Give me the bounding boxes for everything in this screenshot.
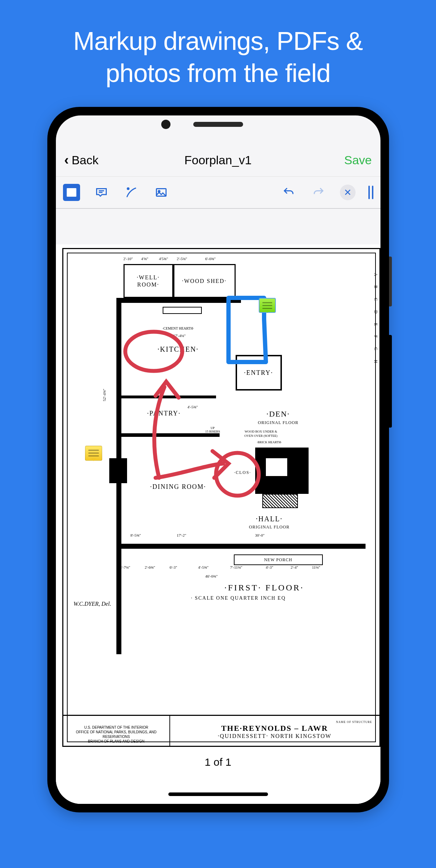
save-button[interactable]: Save bbox=[344, 153, 372, 167]
undo-button[interactable] bbox=[280, 184, 297, 201]
document-title: Foorplan_v1 bbox=[184, 153, 252, 167]
title-block: U.S. DEPARTMENT OF THE INTERIOR OFFICE O… bbox=[62, 715, 380, 747]
home-indicator[interactable] bbox=[168, 792, 268, 796]
close-icon: ✕ bbox=[344, 187, 352, 198]
dim-pantry: 4'-5⅜" bbox=[188, 405, 198, 409]
label-up-risers: UP 15 RISERS bbox=[205, 426, 220, 433]
room-well-room: ·WELL· ROOM· bbox=[124, 264, 173, 298]
toolbar-drag-handle[interactable] bbox=[368, 186, 373, 199]
dim-b2: 2'-6⅜" bbox=[145, 565, 155, 569]
dim-b6: 4'-3" bbox=[266, 565, 273, 569]
floorplan-drawing: A B C D E F G H 2'-10" 4'⅜" 4'5⅜" 2'-5⅛"… bbox=[56, 244, 380, 804]
dept-line1: U.S. DEPARTMENT OF THE INTERIOR bbox=[84, 725, 148, 730]
document-viewer[interactable]: A B C D E F G H 2'-10" 4'⅜" 4'5⅜" 2'-5⅛"… bbox=[56, 244, 380, 804]
dim-hall: 30'-0" bbox=[255, 533, 265, 537]
svg-point-4 bbox=[127, 188, 129, 190]
phone-frame: ‹ Back Foorplan_v1 Save A bbox=[47, 107, 389, 812]
room-pantry: ·PANTRY· bbox=[121, 396, 207, 431]
dept-line2: OFFICE OF NATIONAL PARKS, BUILDINGS, AND… bbox=[65, 730, 167, 739]
draw-tool-button[interactable] bbox=[123, 184, 140, 201]
page-counter: 1 of 1 bbox=[56, 756, 380, 768]
comment-marker-green[interactable] bbox=[259, 298, 276, 313]
label-wood-box: WOOD BOX UNDER & OVEN OVER (SOFTEE) bbox=[245, 430, 278, 438]
room-kitchen: ·KITCHEN· bbox=[121, 303, 235, 396]
phone-power-button bbox=[389, 257, 392, 306]
dept-line3: BRANCH OF PLANS AND DESIGN bbox=[88, 739, 145, 744]
side-letters: A B C D E F G H bbox=[373, 273, 378, 367]
dim-dining1: 8'-5⅜" bbox=[131, 533, 141, 537]
dim-btotal: 46'-0⅜" bbox=[205, 574, 218, 578]
dim-b5: 7'-11⅛" bbox=[230, 565, 242, 569]
structure-title1: THE·REYNOLDS – LAWR bbox=[221, 724, 328, 733]
room-clos: ·CLOS· bbox=[230, 458, 255, 487]
dim-top1: 2'-10" bbox=[124, 257, 133, 261]
room-new-porch: NEW PORCH bbox=[234, 554, 323, 565]
dim-b8: 11⅛" bbox=[312, 565, 320, 569]
back-button[interactable]: ‹ Back bbox=[64, 153, 99, 168]
dim-top3: 4'5⅜" bbox=[159, 257, 168, 261]
dim-b7: 2'-4" bbox=[291, 565, 298, 569]
dim-b3: 6'-3" bbox=[170, 565, 177, 569]
dim-top2: 4'⅜" bbox=[141, 257, 148, 261]
back-label: Back bbox=[72, 153, 99, 167]
marketing-headline: Markup drawings, PDFs & photos from the … bbox=[73, 25, 363, 89]
image-tool-button[interactable] bbox=[153, 184, 170, 201]
dim-b1: 5'-7⅛" bbox=[120, 565, 130, 569]
room-entry: ·ENTRY· bbox=[236, 355, 282, 391]
scale-text: · SCALE ONE QUARTER INCH EQ bbox=[191, 595, 286, 601]
phone-speaker bbox=[193, 122, 243, 127]
markup-toolbar: A ✕ bbox=[56, 177, 380, 209]
close-button[interactable]: ✕ bbox=[340, 185, 356, 200]
phone-camera bbox=[161, 120, 170, 129]
phone-volume-button bbox=[389, 335, 392, 428]
draftsman-signature: W.C.DYER, Del. bbox=[74, 601, 111, 607]
text-tool-button[interactable]: A bbox=[63, 184, 80, 201]
nav-bar: ‹ Back Foorplan_v1 Save bbox=[56, 144, 380, 177]
headline-line2: photos from the field bbox=[106, 59, 330, 87]
dim-dining2: 17'-2" bbox=[177, 533, 187, 537]
phone-screen: ‹ Back Foorplan_v1 Save A bbox=[56, 115, 380, 804]
floor-title: ·FIRST· FLOOR· bbox=[163, 583, 366, 593]
comment-marker-yellow[interactable] bbox=[85, 446, 102, 461]
name-of-structure-label: NAME OF STRUCTURE bbox=[336, 720, 372, 724]
dim-top4: 2'-5⅛" bbox=[177, 257, 187, 261]
status-bar-spacer bbox=[56, 115, 380, 144]
room-wood-shed: ·WOOD SHED· bbox=[173, 264, 236, 298]
redo-button[interactable] bbox=[310, 184, 327, 201]
dim-overall-h: 52'-4⅜" bbox=[102, 389, 106, 401]
label-brick-hearth: ·BRICK HEARTH· bbox=[257, 440, 282, 444]
svg-text:A: A bbox=[69, 189, 74, 197]
structure-title2: ·QUIDNESSETT· NORTH KINGSTOW bbox=[218, 733, 332, 739]
dim-woodshed: 6'-0⅜" bbox=[205, 257, 216, 261]
room-dining: ·DINING ROOM· bbox=[121, 437, 235, 508]
comment-tool-button[interactable] bbox=[93, 184, 110, 201]
chevron-left-icon: ‹ bbox=[64, 153, 69, 168]
dim-b4: 4'-5⅜" bbox=[198, 565, 209, 569]
headline-line1: Markup drawings, PDFs & bbox=[73, 27, 363, 55]
